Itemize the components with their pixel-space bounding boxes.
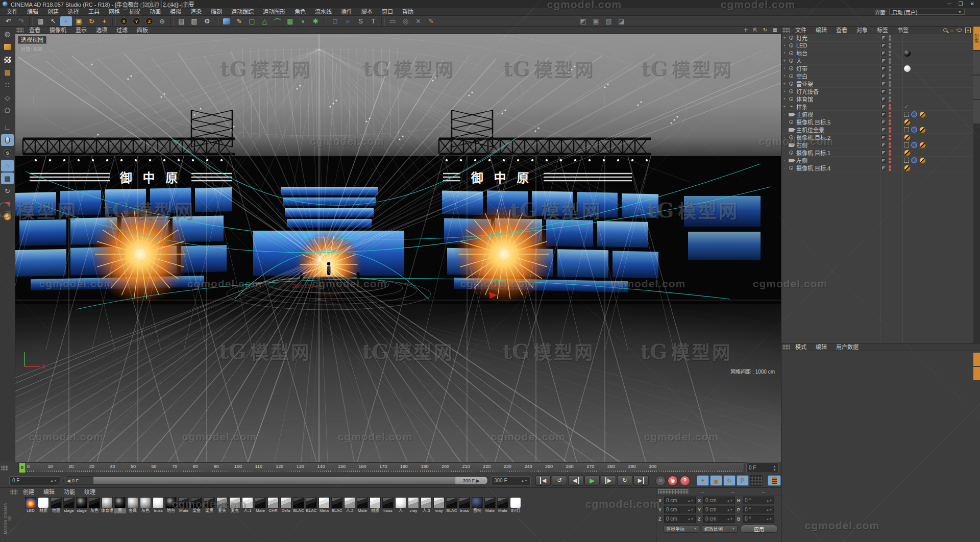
visibility-dots[interactable]: [889, 81, 891, 87]
mograph-generator-icon[interactable]: ✱: [310, 16, 322, 26]
marquee-tag-icon[interactable]: [904, 127, 909, 132]
menu-item[interactable]: 角色: [290, 8, 310, 16]
object-row[interactable]: +灯光设备: [781, 88, 974, 95]
target-tag-icon[interactable]: [911, 157, 917, 163]
visibility-dots[interactable]: [889, 51, 891, 56]
render-visibility-dot[interactable]: [889, 168, 891, 171]
material-item[interactable]: 架金: [190, 497, 203, 513]
menu-item[interactable]: 功能: [59, 488, 80, 496]
make-editable-icon[interactable]: ◍: [1, 28, 14, 40]
mouse-input-icon[interactable]: [1, 134, 14, 146]
stepper-icon[interactable]: ▲▼: [521, 479, 528, 482]
editor-visibility-dot[interactable]: [889, 112, 891, 114]
menu-item[interactable]: 文件: [791, 27, 811, 34]
material-item[interactable]: 黑: [114, 497, 126, 513]
loop-playback-button[interactable]: ↻: [617, 475, 632, 486]
material-item[interactable]: 材质: [369, 497, 381, 513]
visibility-toggles[interactable]: [881, 51, 891, 56]
viewport[interactable]: 查看摄像机显示选项过滤面板 ✛⇱↻▦: [15, 27, 781, 462]
protect-tag-icon[interactable]: [919, 142, 926, 149]
stepper-icon[interactable]: ▲▼: [727, 508, 733, 511]
render-visibility-dot[interactable]: [889, 122, 891, 125]
visibility-dots[interactable]: [889, 66, 891, 71]
previous-frame-button[interactable]: ◀: [568, 475, 583, 486]
editor-visibility-dot[interactable]: [889, 58, 891, 61]
goto-start-button[interactable]: ◀: [535, 475, 551, 486]
snap-toggle-icon[interactable]: S: [1, 147, 14, 159]
workplane-mode-icon[interactable]: ▦: [1, 66, 14, 78]
menu-item[interactable]: 捕捉: [125, 8, 145, 16]
visibility-toggles[interactable]: [881, 112, 891, 117]
object-row[interactable]: ·摄像机.目标.2: [781, 134, 974, 141]
menu-item[interactable]: 流水线: [310, 8, 336, 16]
view-pan-icon[interactable]: ✛: [742, 27, 750, 33]
expand-icon[interactable]: +: [781, 81, 788, 86]
layer-chip[interactable]: [881, 74, 886, 79]
menu-item[interactable]: 帮助: [398, 8, 418, 16]
lathe-nurbs-icon[interactable]: ◎: [400, 16, 411, 26]
material-item[interactable]: 体育馆: [101, 497, 113, 513]
menu-item[interactable]: 渲染: [186, 8, 206, 16]
menu-item[interactable]: 创建: [18, 488, 39, 496]
material-item[interactable]: BLAC: [446, 497, 458, 513]
display-toggle-1-icon[interactable]: ◩: [577, 16, 589, 26]
dock-tab[interactable]: [973, 100, 980, 124]
object-row[interactable]: ·左侧: [781, 157, 974, 164]
lock-y-axis-icon[interactable]: Y: [131, 16, 142, 26]
expand-icon[interactable]: +: [781, 96, 788, 102]
attribute-side-tab[interactable]: [973, 353, 980, 366]
coord-input[interactable]: 0 cm▲▼: [664, 506, 696, 513]
render-visibility-dot[interactable]: [889, 161, 891, 163]
protect-tag-icon[interactable]: [919, 111, 926, 118]
material-item[interactable]: Defa: [280, 497, 292, 513]
render-visibility-dot[interactable]: [889, 153, 891, 156]
live-selection-icon[interactable]: ↖: [47, 16, 59, 26]
coord-input[interactable]: 0 cm▲▼: [664, 497, 696, 504]
material-item[interactable]: truss: [458, 497, 471, 513]
editor-visibility-dot[interactable]: [889, 119, 891, 122]
key-position-button[interactable]: +: [697, 475, 709, 486]
material-item[interactable]: vray: [433, 497, 445, 513]
menu-item[interactable]: 查看: [831, 27, 852, 34]
menu-item[interactable]: 创建: [43, 8, 63, 16]
workplane-lock-icon[interactable]: ▦: [1, 173, 14, 184]
object-row[interactable]: +~样条✓: [781, 103, 974, 111]
visibility-toggles[interactable]: [881, 119, 891, 125]
editor-visibility-dot[interactable]: [889, 142, 891, 145]
current-frame-field[interactable]: 0 F ▲▼: [746, 462, 779, 473]
object-row[interactable]: ·摄像机.目标.5: [781, 118, 974, 126]
stepper-icon[interactable]: ▲▼: [773, 464, 776, 472]
menu-item[interactable]: 编辑: [811, 27, 831, 34]
dock-tab[interactable]: [973, 51, 980, 75]
menu-item[interactable]: 运动图形: [258, 8, 290, 16]
motion-clip-button[interactable]: [768, 475, 781, 486]
visibility-dots[interactable]: [889, 142, 891, 148]
loft-nurbs-icon[interactable]: ▭: [387, 16, 399, 26]
stepper-icon[interactable]: ▲▼: [50, 479, 57, 482]
object-row[interactable]: ·右侧: [781, 141, 974, 149]
layer-chip[interactable]: [881, 128, 886, 132]
render-visibility-dot[interactable]: [889, 61, 891, 64]
material-item[interactable]: 地面: [50, 497, 62, 513]
render-view-icon[interactable]: ▤: [176, 16, 187, 26]
visibility-toggles[interactable]: [881, 104, 891, 110]
layer-chip[interactable]: [881, 112, 886, 117]
spline-pen-icon[interactable]: ✎: [233, 16, 245, 26]
layer-chip[interactable]: [881, 143, 886, 147]
menu-item[interactable]: 显示: [71, 27, 91, 34]
mat-black-tag-icon[interactable]: [904, 50, 911, 57]
polygons-mode-icon[interactable]: ⬠: [1, 105, 14, 116]
material-item[interactable]: truss: [382, 497, 394, 513]
visibility-dots[interactable]: [889, 150, 891, 156]
editor-visibility-dot[interactable]: [889, 66, 891, 68]
object-row[interactable]: +灯光: [781, 34, 974, 42]
target-tag-icon[interactable]: [911, 142, 917, 148]
visibility-dots[interactable]: [889, 112, 891, 117]
display-toggle-3-icon[interactable]: ▨: [603, 16, 615, 26]
add-icon[interactable]: +: [965, 28, 971, 33]
object-row[interactable]: ·主俯视: [781, 111, 974, 118]
protect-tag-icon[interactable]: [904, 119, 911, 126]
visibility-toggles[interactable]: [881, 127, 891, 133]
view-zoom-icon[interactable]: ⇱: [751, 27, 760, 33]
visibility-dots[interactable]: [889, 119, 891, 125]
